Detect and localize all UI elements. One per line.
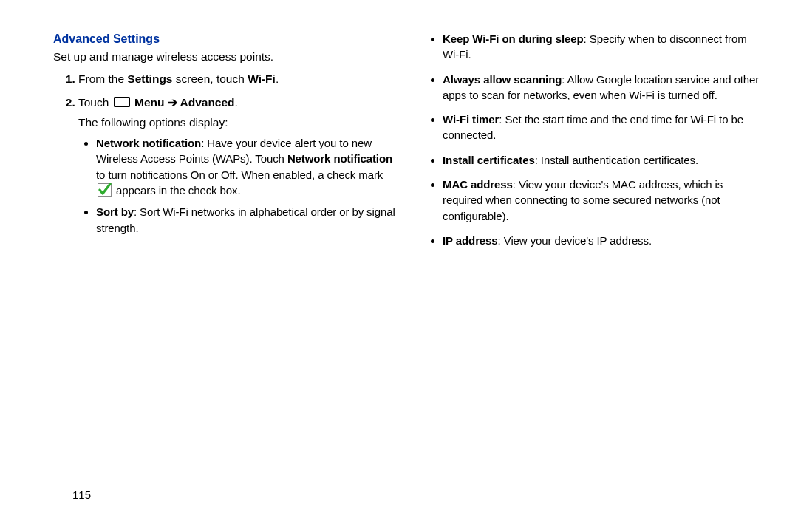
r4-label: Install certificates bbox=[443, 154, 535, 166]
step-2: Touch Menu ➔ Advanced. The following opt… bbox=[78, 95, 395, 236]
opt-install-certificates: Install certificates: Install authentica… bbox=[443, 152, 763, 168]
step1-mid: screen, touch bbox=[172, 72, 248, 85]
step-1: From the Settings screen, touch Wi-Fi. bbox=[78, 71, 395, 87]
step2-post: . bbox=[235, 96, 238, 109]
menu-icon bbox=[114, 97, 130, 107]
r6-text: : View your device's IP address. bbox=[498, 234, 652, 247]
steps-list: From the Settings screen, touch Wi-Fi. T… bbox=[53, 71, 395, 236]
r1-label: Keep Wi-Fi on during sleep bbox=[443, 33, 584, 45]
right-column: Keep Wi-Fi on during sleep: Specify when… bbox=[420, 31, 763, 505]
step1-pre: From the bbox=[78, 72, 127, 85]
r6-label: IP address bbox=[443, 234, 498, 247]
step2-menu: Menu bbox=[132, 96, 168, 109]
r2-label: Always allow scanning bbox=[443, 73, 562, 86]
opt-network-notification: Network notification: Have your device a… bbox=[96, 135, 395, 198]
step2-advanced: Advanced bbox=[177, 96, 235, 109]
opt-wifi-timer: Wi-Fi timer: Set the start time and the … bbox=[443, 112, 763, 143]
nn-bold2: Network notification bbox=[287, 152, 392, 165]
sort-label: Sort by bbox=[96, 205, 134, 218]
nn-text3: appears in the check box. bbox=[113, 184, 241, 197]
step1-post: . bbox=[276, 72, 279, 85]
arrow-icon: ➔ bbox=[168, 96, 177, 109]
nn-label: Network notification bbox=[96, 137, 201, 149]
r3-label: Wi-Fi timer bbox=[443, 113, 499, 126]
left-column: Advanced Settings Set up and manage wire… bbox=[53, 31, 395, 505]
checkmark-icon bbox=[98, 183, 112, 197]
options-list-right: Keep Wi-Fi on during sleep: Specify when… bbox=[420, 31, 763, 248]
sort-text: : Sort Wi-Fi networks in alphabetical or… bbox=[96, 205, 395, 233]
opt-always-allow-scanning: Always allow scanning: Allow Google loca… bbox=[443, 72, 763, 103]
opt-keep-wifi-sleep: Keep Wi-Fi on during sleep: Specify when… bbox=[443, 31, 763, 63]
r5-label: MAC address bbox=[443, 178, 513, 191]
section-intro: Set up and manage wireless access points… bbox=[53, 50, 395, 64]
section-heading: Advanced Settings bbox=[53, 33, 395, 46]
step1-bold-settings: Settings bbox=[127, 72, 172, 85]
step2-followup: The following options display: bbox=[78, 115, 395, 131]
opt-sort-by: Sort by: Sort Wi-Fi networks in alphabet… bbox=[96, 204, 395, 236]
manual-page: Advanced Settings Set up and manage wire… bbox=[0, 0, 798, 532]
options-list-left: Network notification: Have your device a… bbox=[78, 135, 395, 236]
page-number: 115 bbox=[72, 488, 91, 501]
opt-ip-address: IP address: View your device's IP addres… bbox=[443, 233, 763, 248]
step2-pre: Touch bbox=[78, 96, 112, 109]
nn-text2: to turn notifications On or Off. When en… bbox=[96, 168, 383, 181]
step1-bold-wifi: Wi-Fi bbox=[248, 72, 276, 85]
r4-text: : Install authentication certificates. bbox=[535, 154, 698, 166]
opt-mac-address: MAC address: View your device's MAC addr… bbox=[443, 177, 763, 224]
